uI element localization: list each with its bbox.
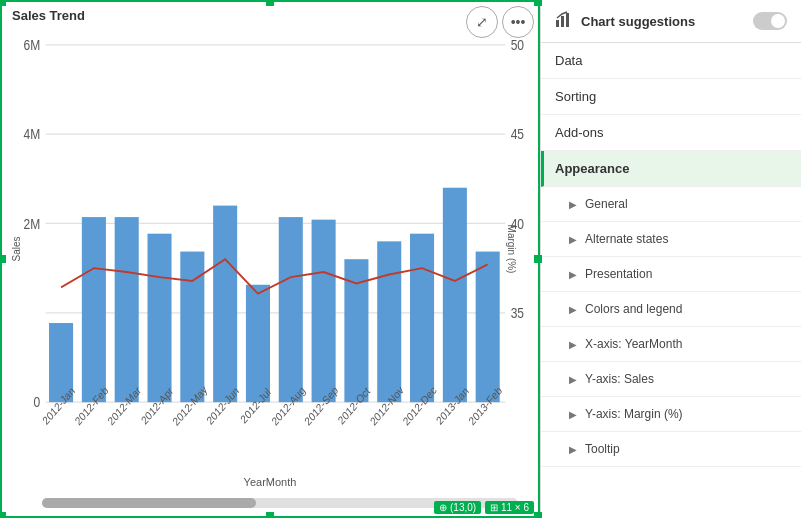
bar-2012-feb bbox=[82, 217, 106, 402]
menu-item-data[interactable]: Data bbox=[541, 43, 801, 79]
svg-text:4M: 4M bbox=[24, 126, 41, 142]
handle-bot-right[interactable] bbox=[534, 512, 542, 518]
svg-rect-27 bbox=[556, 20, 559, 27]
handle-top-left[interactable] bbox=[0, 0, 6, 6]
bar-2012-mar bbox=[115, 217, 139, 402]
svg-text:35: 35 bbox=[511, 305, 524, 321]
menu-item-y-axis-sales-label: Y-axis: Sales bbox=[585, 372, 654, 386]
chevron-general-icon: ▶ bbox=[569, 199, 577, 210]
menu-item-general-label: General bbox=[585, 197, 628, 211]
bar-2012-dec bbox=[410, 234, 434, 402]
menu-item-addons-label: Add-ons bbox=[555, 125, 603, 140]
bar-2012-apr bbox=[147, 234, 171, 402]
panel-menu: Data Sorting Add-ons Appearance ▶ Genera… bbox=[541, 43, 801, 518]
handle-mid-left[interactable] bbox=[0, 255, 6, 263]
handle-top-right[interactable] bbox=[534, 0, 542, 6]
menu-item-colors-legend-label: Colors and legend bbox=[585, 302, 682, 316]
expand-icon: ⤢ bbox=[476, 14, 488, 30]
svg-text:2M: 2M bbox=[24, 216, 41, 232]
menu-item-presentation[interactable]: ▶ Presentation bbox=[541, 257, 801, 292]
chart-status-bar: ⊕ (13,0) ⊞ 11 × 6 bbox=[434, 501, 534, 514]
menu-item-tooltip-label: Tooltip bbox=[585, 442, 620, 456]
right-panel: Chart suggestions Data Sorting Add-ons A… bbox=[540, 0, 801, 518]
chart-container: ⤢ ••• Sales Trend Sales Margin (%) 6M 4M… bbox=[0, 0, 540, 518]
menu-item-presentation-label: Presentation bbox=[585, 267, 652, 281]
scroll-thumb[interactable] bbox=[42, 498, 256, 508]
menu-item-x-axis[interactable]: ▶ X-axis: YearMonth bbox=[541, 327, 801, 362]
chevron-alt-states-icon: ▶ bbox=[569, 234, 577, 245]
chevron-presentation-icon: ▶ bbox=[569, 269, 577, 280]
chevron-colors-icon: ▶ bbox=[569, 304, 577, 315]
menu-item-colors-legend[interactable]: ▶ Colors and legend bbox=[541, 292, 801, 327]
svg-text:50: 50 bbox=[511, 37, 524, 53]
svg-text:45: 45 bbox=[511, 126, 524, 142]
handle-mid-right[interactable] bbox=[534, 255, 542, 263]
bar-2012-nov bbox=[377, 241, 401, 402]
handle-top-mid[interactable] bbox=[266, 0, 274, 6]
handle-bot-mid[interactable] bbox=[266, 512, 274, 518]
menu-item-alternate-states[interactable]: ▶ Alternate states bbox=[541, 222, 801, 257]
bar-2012-sep bbox=[312, 220, 336, 403]
bar-2012-jun bbox=[213, 206, 237, 403]
handle-bot-left[interactable] bbox=[0, 512, 6, 518]
panel-header-left: Chart suggestions bbox=[555, 10, 695, 32]
chart-title: Sales Trend bbox=[2, 2, 538, 29]
menu-item-data-label: Data bbox=[555, 53, 582, 68]
chart-suggestions-toggle[interactable] bbox=[753, 12, 787, 30]
panel-title: Chart suggestions bbox=[581, 14, 695, 29]
svg-rect-29 bbox=[566, 13, 569, 27]
bar-2013-feb bbox=[476, 252, 500, 403]
x-axis-label: YearMonth bbox=[244, 476, 297, 488]
menu-item-y-axis-margin[interactable]: ▶ Y-axis: Margin (%) bbox=[541, 397, 801, 432]
svg-text:0: 0 bbox=[34, 394, 41, 410]
chevron-yaxis-sales-icon: ▶ bbox=[569, 374, 577, 385]
svg-text:6M: 6M bbox=[24, 37, 41, 53]
bar-2012-jul bbox=[246, 285, 270, 402]
expand-button[interactable]: ⤢ bbox=[466, 6, 498, 38]
menu-item-appearance-label: Appearance bbox=[555, 161, 629, 176]
menu-item-general[interactable]: ▶ General bbox=[541, 187, 801, 222]
chart-suggestions-icon bbox=[555, 10, 573, 32]
chevron-tooltip-icon: ▶ bbox=[569, 444, 577, 455]
chart-svg-area: Sales Margin (%) 6M 4M 2M 0 50 45 40 35 bbox=[2, 32, 538, 466]
panel-header: Chart suggestions bbox=[541, 0, 801, 43]
more-icon: ••• bbox=[511, 14, 526, 30]
more-button[interactable]: ••• bbox=[502, 6, 534, 38]
bar-2012-aug bbox=[279, 217, 303, 402]
menu-item-alternate-states-label: Alternate states bbox=[585, 232, 668, 246]
chart-toolbar: ⤢ ••• bbox=[466, 6, 534, 38]
y-axis-right-label: Margin (%) bbox=[506, 225, 517, 274]
status-badge-size: ⊞ 11 × 6 bbox=[485, 501, 534, 514]
status-badge-position: ⊕ (13,0) bbox=[434, 501, 481, 514]
menu-item-sorting[interactable]: Sorting bbox=[541, 79, 801, 115]
chevron-yaxis-margin-icon: ▶ bbox=[569, 409, 577, 420]
toggle-knob bbox=[771, 14, 785, 28]
chart-svg: 6M 4M 2M 0 50 45 40 35 bbox=[2, 32, 538, 466]
menu-item-sorting-label: Sorting bbox=[555, 89, 596, 104]
chevron-xaxis-icon: ▶ bbox=[569, 339, 577, 350]
menu-item-x-axis-label: X-axis: YearMonth bbox=[585, 337, 682, 351]
menu-item-appearance[interactable]: Appearance bbox=[541, 151, 801, 187]
bar-2013-jan bbox=[443, 188, 467, 402]
bar-2012-may bbox=[180, 252, 204, 403]
y-axis-left-label: Sales bbox=[11, 236, 22, 261]
menu-item-tooltip[interactable]: ▶ Tooltip bbox=[541, 432, 801, 467]
menu-item-y-axis-sales[interactable]: ▶ Y-axis: Sales bbox=[541, 362, 801, 397]
svg-rect-28 bbox=[561, 16, 564, 27]
menu-item-y-axis-margin-label: Y-axis: Margin (%) bbox=[585, 407, 683, 421]
menu-item-addons[interactable]: Add-ons bbox=[541, 115, 801, 151]
